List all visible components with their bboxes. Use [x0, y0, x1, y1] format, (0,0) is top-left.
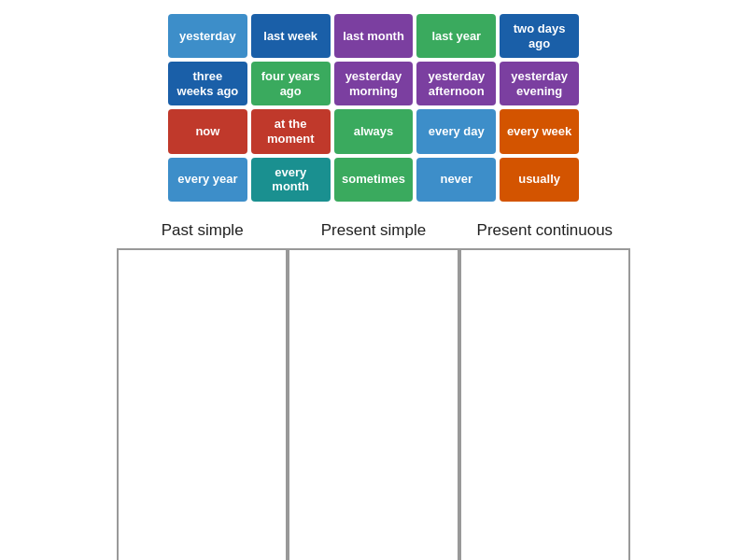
- tile-15[interactable]: every year: [168, 158, 247, 202]
- tile-14[interactable]: every week: [500, 109, 579, 153]
- page: yesterdaylast weeklast monthlast yeartwo…: [0, 0, 747, 560]
- drop-zone-1[interactable]: [288, 248, 458, 560]
- tile-12[interactable]: always: [334, 109, 414, 153]
- tile-3[interactable]: last year: [416, 14, 496, 58]
- drop-zone-2[interactable]: [459, 248, 630, 560]
- tile-16[interactable]: every month: [251, 158, 331, 202]
- tile-19[interactable]: usually: [500, 158, 579, 202]
- column-label-2: Present continuous: [477, 220, 613, 241]
- column-label-1: Present simple: [321, 220, 426, 241]
- tile-1[interactable]: last week: [251, 14, 331, 58]
- column-label-0: Past simple: [162, 220, 244, 241]
- tile-0[interactable]: yesterday: [168, 14, 247, 58]
- tile-13[interactable]: every day: [416, 109, 496, 153]
- tile-5[interactable]: three weeks ago: [168, 62, 247, 105]
- tile-17[interactable]: sometimes: [334, 158, 414, 202]
- tile-6[interactable]: four years ago: [251, 62, 331, 105]
- drop-zone-0[interactable]: [117, 248, 288, 560]
- tile-2[interactable]: last month: [334, 14, 414, 58]
- drop-zones-container: Past simplePresent simplePresent continu…: [117, 220, 630, 560]
- tile-8[interactable]: yesterday afternoon: [416, 62, 496, 105]
- tile-7[interactable]: yesterday morning: [334, 62, 414, 105]
- tile-9[interactable]: yesterday evening: [500, 62, 579, 105]
- tile-11[interactable]: at the moment: [251, 109, 331, 153]
- column-wrapper-2: Present continuous: [459, 220, 630, 560]
- tiles-grid: yesterdaylast weeklast monthlast yeartwo…: [168, 14, 579, 202]
- column-wrapper-1: Present simple: [288, 220, 458, 560]
- column-wrapper-0: Past simple: [117, 220, 288, 560]
- tile-10[interactable]: now: [168, 109, 247, 153]
- tile-4[interactable]: two days ago: [500, 14, 579, 58]
- tile-18[interactable]: never: [416, 158, 496, 202]
